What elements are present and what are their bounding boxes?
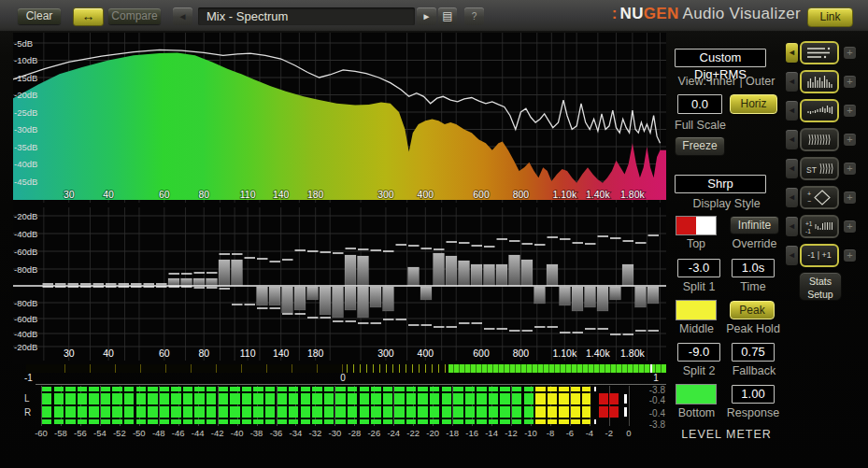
meter-segment — [489, 387, 498, 391]
meter-segment — [489, 419, 498, 424]
bar-down — [307, 287, 319, 300]
meter-segment — [242, 387, 251, 391]
mode-select[interactable]: Custom Dig+RMS — [675, 49, 766, 67]
meter-segment — [194, 419, 204, 424]
meter-segment — [265, 393, 275, 404]
meter-segment — [171, 419, 180, 424]
preset-select[interactable]: Mix - Spectrum — [198, 7, 415, 25]
freeze-button[interactable]: Freeze — [675, 136, 725, 156]
module-collapse-arrow[interactable]: ◄ — [786, 246, 798, 265]
meter-segment — [524, 393, 534, 404]
svg-text:30: 30 — [64, 347, 75, 359]
meter-segment — [183, 393, 192, 404]
fallback-field[interactable]: 0.75 — [732, 343, 775, 362]
meter-segment — [571, 387, 580, 391]
display-style-select[interactable]: Shrp — [675, 175, 766, 193]
help-button[interactable]: ? — [464, 7, 484, 25]
meter-segment — [65, 419, 75, 424]
module-add-button[interactable]: + — [844, 249, 856, 262]
display-style-label: Display Style — [670, 197, 783, 210]
correlation-history-icon[interactable]: +1-1 — [800, 215, 839, 238]
meter-segment — [301, 419, 310, 424]
meter-segment — [512, 406, 521, 418]
svg-text:ST: ST — [806, 165, 817, 175]
horiz-button[interactable]: Horiz — [730, 94, 777, 114]
svg-text:−: − — [807, 198, 811, 205]
module-collapse-arrow[interactable]: ◄ — [786, 188, 798, 207]
swap-icon[interactable]: ↔ — [73, 7, 104, 26]
svg-text:140: 140 — [273, 347, 290, 359]
compare-button[interactable]: Compare — [108, 8, 161, 24]
meter-segment — [371, 406, 380, 418]
module-collapse-arrow[interactable]: ◄ — [786, 72, 798, 92]
override-button[interactable]: Infinite — [730, 216, 779, 234]
bar-down — [647, 287, 659, 304]
correlation-region — [448, 364, 666, 373]
meter-segment — [324, 406, 334, 418]
time-field[interactable]: 1.0s — [732, 259, 775, 277]
meter-segment — [453, 393, 462, 404]
meter-segment — [219, 387, 228, 391]
meter-history-icon[interactable] — [800, 41, 839, 64]
level-meter-section-label: LEVEL METER — [670, 428, 783, 441]
waveform-dense-icon[interactable] — [800, 128, 839, 151]
next-preset-icon[interactable]: ► — [417, 7, 436, 25]
split2-field[interactable]: -9.0 — [677, 343, 720, 362]
module-add-button[interactable]: + — [844, 220, 856, 233]
svg-text:800: 800 — [513, 347, 530, 359]
menu-icon[interactable]: ▤ — [438, 7, 457, 25]
module-add-button[interactable]: + — [844, 76, 856, 88]
svg-text:40: 40 — [103, 347, 114, 359]
meter-segment — [335, 387, 345, 391]
meter-peak-marker — [594, 419, 596, 424]
link-button[interactable]: Link — [807, 7, 853, 27]
bar-up — [509, 255, 520, 286]
vectorscope-icon[interactable]: +− — [800, 186, 839, 209]
meter-segment — [582, 393, 590, 404]
corr-pos-label: 1 — [650, 373, 662, 383]
module-collapse-arrow[interactable]: ◄ — [786, 159, 798, 178]
meter-segment — [430, 419, 439, 424]
module-add-button[interactable]: + — [844, 191, 856, 204]
svg-text:30: 30 — [64, 189, 75, 200]
waveform-stereo-icon[interactable]: ST — [800, 157, 839, 180]
module-collapse-arrow[interactable]: ◄ — [786, 101, 798, 121]
full-scale-field[interactable]: 0.0 — [677, 94, 722, 114]
module-collapse-arrow[interactable]: ◄ — [786, 130, 798, 149]
module-add-button[interactable]: + — [844, 105, 856, 117]
spectrum-mirror-icon[interactable] — [800, 99, 839, 122]
module-add-button[interactable]: + — [844, 134, 856, 146]
spectrum-bars-icon[interactable] — [800, 70, 839, 93]
bar-down — [420, 287, 432, 300]
meter-segment — [418, 387, 427, 391]
clear-button[interactable]: Clear — [18, 8, 61, 24]
bar-down — [560, 287, 571, 305]
meter-segment — [394, 419, 404, 424]
meter-segment — [136, 419, 146, 424]
meter-segment — [171, 393, 180, 404]
stats-setup-button[interactable]: StatsSetup — [799, 272, 842, 301]
brand-dots: : — [612, 5, 618, 22]
module-collapse-arrow[interactable]: ◄ — [786, 217, 798, 236]
peak-hold-button[interactable]: Peak — [730, 301, 775, 319]
bar-down — [383, 287, 394, 311]
channel-label-right: R — [24, 407, 31, 418]
meter-segment — [230, 393, 239, 404]
correlation-meter-icon[interactable]: -1 | +1 — [800, 244, 839, 267]
top-color-swatch[interactable] — [676, 216, 717, 235]
meter-red-segment — [609, 406, 619, 418]
module-add-button[interactable]: + — [844, 47, 856, 59]
middle-color-swatch[interactable] — [676, 300, 717, 320]
meter-segment — [124, 406, 134, 418]
meter-segment — [371, 419, 380, 424]
meter-segment — [418, 419, 427, 424]
prev-preset-icon[interactable]: ◄ — [173, 7, 192, 25]
svg-text:-80dB: -80dB — [14, 264, 37, 275]
bottom-color-swatch[interactable] — [676, 384, 717, 404]
meter-segment — [78, 406, 87, 418]
split1-field[interactable]: -3.0 — [677, 259, 720, 277]
response-field[interactable]: 1.00 — [732, 385, 775, 404]
meter-segment — [160, 419, 169, 424]
module-collapse-arrow[interactable]: ◄ — [786, 43, 798, 63]
module-add-button[interactable]: + — [844, 163, 856, 175]
